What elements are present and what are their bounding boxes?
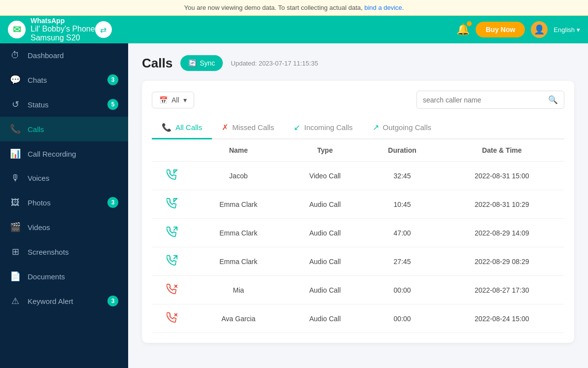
sidebar-item-screenshots[interactable]: ⊞ Screenshots	[0, 239, 128, 264]
screenshots-icon: ⊞	[10, 246, 21, 257]
call-datetime: 2022-08-24 15:00	[439, 304, 564, 333]
calls-table: Name Type Duration Date & Time Jacob Vid…	[152, 139, 564, 333]
bind-device-link[interactable]: bind a device	[364, 4, 402, 11]
call-name: Jacob	[192, 162, 285, 190]
col-icon	[152, 139, 192, 162]
dashboard-icon: ⏱	[10, 50, 21, 61]
call-name: Emma Clark	[192, 247, 285, 276]
documents-icon: 📄	[10, 271, 21, 282]
date-filter[interactable]: 📅 All ▾	[152, 92, 194, 108]
sync-button[interactable]: 🔄 Sync	[180, 55, 223, 71]
sidebar-item-videos[interactable]: 🎬 Videos	[0, 215, 128, 239]
call-name: Emma Clark	[192, 190, 285, 219]
date-filter-label: All	[172, 96, 179, 104]
sidebar-item-photos[interactable]: 🖼 Photos 3	[0, 190, 128, 215]
sidebar-label-call-recording: Call Recording	[28, 150, 118, 158]
tab-outgoing-calls-label: Outgoing Calls	[383, 123, 431, 132]
page-header: Calls 🔄 Sync Updated: 2023-07-17 11:15:3…	[142, 55, 574, 71]
tab-all-calls[interactable]: 📞 All Calls	[152, 117, 212, 139]
tab-all-calls-label: All Calls	[175, 123, 202, 132]
call-type: Video Call	[285, 162, 365, 190]
table-row: Emma Clark Audio Call 27:45 2022-08-29 0…	[152, 247, 564, 276]
calendar-icon: 📅	[159, 96, 168, 104]
notification-badge	[467, 21, 472, 26]
language-label: English	[553, 26, 575, 33]
sync-icon: 🔄	[188, 59, 197, 67]
sidebar-label-photos: Photos	[28, 199, 101, 207]
sidebar-item-voices[interactable]: 🎙 Voices	[0, 166, 128, 190]
updated-timestamp: Updated: 2023-07-17 11:15:35	[231, 60, 318, 67]
calls-tabs: 📞 All Calls ✗ Missed Calls ↙ Incoming Ca…	[152, 117, 564, 139]
keyword-alert-icon: ⚠	[10, 296, 21, 306]
sidebar-item-calls[interactable]: 📞 Calls	[0, 117, 128, 141]
app-logo: ✉	[8, 21, 26, 38]
call-duration: 27:45	[365, 247, 440, 276]
search-box: 🔍	[416, 91, 564, 109]
photos-icon: 🖼	[10, 198, 21, 208]
call-datetime: 2022-08-31 15:00	[439, 162, 564, 190]
call-duration: 00:00	[365, 276, 440, 304]
call-type-icon-cell	[152, 247, 192, 276]
filter-row: 📅 All ▾ 🔍	[152, 91, 564, 109]
user-avatar[interactable]: 👤	[531, 21, 548, 38]
call-name: Mia	[192, 276, 285, 304]
col-name: Name	[192, 139, 285, 162]
search-icon: 🔍	[548, 95, 558, 104]
call-type: Audio Call	[285, 219, 365, 247]
table-row: Jacob Video Call 32:45 2022-08-31 15:00	[152, 162, 564, 190]
call-name: Emma Clark	[192, 219, 285, 247]
notification-bar: You are now viewing demo data. To start …	[0, 0, 588, 16]
call-type-icon-cell	[152, 219, 192, 247]
call-type-icon-cell	[152, 304, 192, 333]
incoming-calls-icon: ↙	[294, 123, 300, 132]
table-row: Mia Audio Call 00:00 2022-08-27 17:30	[152, 276, 564, 304]
sidebar-item-documents[interactable]: 📄 Documents	[0, 264, 128, 289]
chevron-down-icon: ▾	[577, 26, 580, 33]
brand-section: ✉ WhatsApp Lil' Bobby's Phone Samsung S2…	[8, 17, 95, 42]
whatsapp-icon: ✉	[13, 24, 21, 35]
buy-now-button[interactable]: Buy Now	[476, 22, 525, 37]
chats-badge: 3	[107, 74, 118, 85]
sidebar-label-calls: Calls	[28, 125, 118, 134]
sidebar-item-chats[interactable]: 💬 Chats 3	[0, 67, 128, 92]
sidebar-label-voices: Voices	[28, 174, 118, 182]
missed-calls-icon: ✗	[222, 123, 228, 132]
sync-label: Sync	[200, 59, 215, 67]
transfer-icon[interactable]: ⇄	[95, 21, 112, 38]
col-duration: Duration	[365, 139, 440, 162]
search-input[interactable]	[423, 96, 544, 104]
sidebar-label-videos: Videos	[28, 223, 118, 232]
app-layout: ⏱ Dashboard 💬 Chats 3 ↺ Status 5 📞 Calls…	[0, 43, 588, 368]
notification-bell[interactable]: 🔔	[456, 23, 470, 36]
tab-incoming-calls[interactable]: ↙ Incoming Calls	[284, 117, 362, 139]
tab-missed-calls[interactable]: ✗ Missed Calls	[212, 117, 284, 139]
sidebar-item-dashboard[interactable]: ⏱ Dashboard	[0, 43, 128, 67]
table-row: Emma Clark Audio Call 10:45 2022-08-31 1…	[152, 190, 564, 219]
call-datetime: 2022-08-27 17:30	[439, 276, 564, 304]
calls-icon: 📞	[10, 124, 21, 134]
sidebar-label-keyword-alert: Keyword Alert	[28, 297, 101, 305]
sidebar-item-keyword-alert[interactable]: ⚠ Keyword Alert 3	[0, 289, 128, 313]
call-datetime: 2022-08-29 08:29	[439, 247, 564, 276]
call-name: Ava Garcia	[192, 304, 285, 333]
sidebar-item-call-recording[interactable]: 📊 Call Recording	[0, 141, 128, 166]
tab-outgoing-calls[interactable]: ↗ Outgoing Calls	[363, 117, 441, 139]
call-type-icon-cell	[152, 190, 192, 219]
table-row: Emma Clark Audio Call 47:00 2022-08-29 1…	[152, 219, 564, 247]
videos-icon: 🎬	[10, 222, 21, 233]
call-type-icon-cell	[152, 276, 192, 304]
status-icon: ↺	[10, 99, 21, 110]
sidebar-item-status[interactable]: ↺ Status 5	[0, 92, 128, 117]
main-content: Calls 🔄 Sync Updated: 2023-07-17 11:15:3…	[128, 43, 588, 368]
call-type-icon-cell	[152, 162, 192, 190]
sidebar-label-chats: Chats	[28, 76, 101, 84]
call-datetime: 2022-08-29 14:09	[439, 219, 564, 247]
language-selector[interactable]: English ▾	[553, 26, 580, 33]
sidebar: ⏱ Dashboard 💬 Chats 3 ↺ Status 5 📞 Calls…	[0, 43, 128, 368]
call-recording-icon: 📊	[10, 148, 21, 159]
outgoing-calls-icon: ↗	[373, 123, 379, 132]
brand-text: WhatsApp Lil' Bobby's Phone Samsung S20	[31, 17, 95, 42]
call-duration: 47:00	[365, 219, 440, 247]
header-actions: 🔔 Buy Now 👤 English ▾	[456, 21, 580, 38]
app-header: ✉ WhatsApp Lil' Bobby's Phone Samsung S2…	[0, 16, 588, 43]
